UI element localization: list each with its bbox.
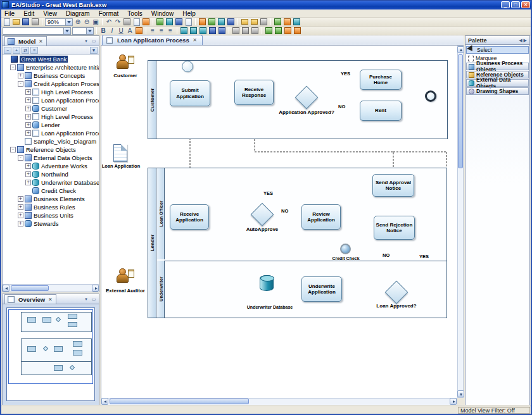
menu-view[interactable]: View xyxy=(39,9,61,18)
tree-item-high-level-process-1[interactable]: + High Level Process xyxy=(3,88,99,96)
fill-color-icon[interactable] xyxy=(134,27,144,35)
scroll-right-icon[interactable] xyxy=(92,285,99,292)
sort-icon[interactable]: ≡ xyxy=(30,47,38,54)
tree-item-adventure-works[interactable]: + Adventure Works xyxy=(3,162,99,170)
palette-drawer-business-process-objects[interactable]: Business Process Objects xyxy=(466,63,529,70)
palette-left-arrow-icon[interactable]: ◀ xyxy=(519,38,522,43)
title-bar[interactable]: EA/Studio - Great West Bank.exw _ □ ✕ xyxy=(0,0,532,9)
tree-item-underwriter-database[interactable]: + Underwriter Database xyxy=(3,178,99,187)
palette-item-select[interactable]: Select xyxy=(466,46,529,54)
overview-tab[interactable]: Overview ✕ xyxy=(4,294,56,304)
tree-item-reference-objects[interactable]: - Reference Objects xyxy=(3,146,99,154)
chevron-down-icon[interactable] xyxy=(86,28,93,34)
import-icon[interactable] xyxy=(240,18,250,26)
tree-item-stewards[interactable]: + Stewards xyxy=(3,220,99,228)
validate-icon[interactable] xyxy=(207,18,217,26)
task-rent[interactable]: Rent xyxy=(360,101,402,121)
expander-icon[interactable]: + xyxy=(18,213,23,218)
tree-item-loan-applicaton-process-2[interactable]: + Loan Applicaton Process xyxy=(3,129,99,137)
link-icon[interactable] xyxy=(198,18,207,26)
print-icon[interactable] xyxy=(30,18,40,26)
save-icon[interactable] xyxy=(21,18,30,26)
menu-tools[interactable]: Tools xyxy=(123,9,146,18)
layout-icon[interactable] xyxy=(174,18,184,26)
tree-item-lender[interactable]: + Lender xyxy=(3,121,99,129)
expander-icon[interactable]: + xyxy=(25,171,31,177)
zoom-fit-icon[interactable]: ▣ xyxy=(91,18,100,26)
distribute-horizontal-icon[interactable] xyxy=(208,27,217,35)
underwriter-database-icon[interactable] xyxy=(260,275,274,291)
tree-item-sample-visio-diagram[interactable]: Sample_Visio_Diagram xyxy=(3,137,99,146)
task-purchase-home[interactable]: Purchase Home xyxy=(360,70,402,90)
expander-icon[interactable]: + xyxy=(25,122,31,128)
minimize-panel-icon[interactable]: ▭ xyxy=(91,296,97,302)
check-model-icon[interactable] xyxy=(155,18,165,26)
minimize-panel-icon[interactable]: ▭ xyxy=(91,38,97,44)
end-event[interactable] xyxy=(425,90,436,102)
report-icon[interactable] xyxy=(184,18,193,26)
expander-icon[interactable]: + xyxy=(18,221,23,226)
tree-item-enterprise-architecture-initiative[interactable]: - Enterprise Architecture Initiative xyxy=(3,63,99,71)
close-icon[interactable]: ✕ xyxy=(47,297,53,302)
bring-to-front-icon[interactable] xyxy=(264,27,274,35)
new-icon[interactable] xyxy=(2,18,11,26)
menu-file[interactable]: File xyxy=(0,9,19,18)
send-to-back-icon[interactable] xyxy=(274,27,283,35)
scrollbar-thumb[interactable] xyxy=(458,54,463,168)
external-auditor-actor-icon[interactable] xyxy=(115,268,134,286)
model-tab[interactable]: Model ✕ xyxy=(4,36,47,46)
close-icon[interactable]: ✕ xyxy=(192,37,198,43)
task-review-application[interactable]: Review Application xyxy=(301,204,341,230)
overview-thumbnail[interactable] xyxy=(6,307,95,401)
undo-icon[interactable]: ↶ xyxy=(104,18,113,26)
scroll-left-icon[interactable] xyxy=(101,398,108,405)
close-icon[interactable]: ✕ xyxy=(521,1,530,8)
chevron-down-icon[interactable] xyxy=(65,19,72,25)
compare-icon[interactable] xyxy=(282,18,292,26)
redo-icon[interactable]: ↷ xyxy=(113,18,122,26)
tree-item-great-west-bank[interactable]: Great West Bank xyxy=(3,55,99,63)
align-left-icon[interactable]: ≡ xyxy=(148,27,157,35)
same-height-icon[interactable] xyxy=(241,27,250,35)
link-editor-icon[interactable]: ⇄ xyxy=(22,47,29,54)
tree-item-business-units[interactable]: + Business Units xyxy=(3,211,99,220)
find-icon[interactable] xyxy=(226,18,236,26)
tree-item-business-elements[interactable]: + Business Elements xyxy=(3,195,99,203)
tree-item-business-concepts[interactable]: + Business Concepts xyxy=(3,71,99,80)
menu-window[interactable]: Window xyxy=(147,9,179,18)
align-middle-icon[interactable] xyxy=(189,27,198,35)
task-submit-application[interactable]: Submit Application xyxy=(170,80,210,106)
align-bottom-icon[interactable] xyxy=(198,27,208,35)
expander-icon[interactable]: - xyxy=(10,147,16,152)
editor-horizontal-scrollbar[interactable] xyxy=(101,398,457,406)
grid-icon[interactable] xyxy=(165,18,174,26)
underline-icon[interactable]: U xyxy=(117,27,125,35)
menu-format[interactable]: Format xyxy=(94,9,124,18)
minimize-icon[interactable]: _ xyxy=(501,1,510,8)
font-size-combobox[interactable] xyxy=(72,27,94,35)
paste-icon[interactable] xyxy=(141,18,151,26)
task-receive-application[interactable]: Receive Application xyxy=(170,204,209,230)
loan-application-document-icon[interactable] xyxy=(113,144,127,162)
diagram-canvas[interactable]: Customer Lender Loan Officer Underwriter… xyxy=(101,46,457,398)
expander-icon[interactable]: + xyxy=(25,89,31,95)
tree-item-business-rules[interactable]: + Business Rules xyxy=(3,203,99,211)
menu-diagram[interactable]: Diagram xyxy=(61,9,94,18)
properties-icon[interactable] xyxy=(217,18,226,26)
expander-icon[interactable]: - xyxy=(18,155,23,161)
start-event[interactable] xyxy=(182,61,193,72)
tree-item-high-level-process-2[interactable]: + High Level Process xyxy=(3,113,99,121)
menu-help[interactable]: Help xyxy=(178,9,200,18)
task-underwrite-application[interactable]: Underwrite Application xyxy=(301,276,342,302)
customer-actor-icon[interactable] xyxy=(115,54,134,72)
editor-vertical-scrollbar[interactable] xyxy=(457,46,464,398)
expander-icon[interactable]: + xyxy=(25,114,31,120)
expander-icon[interactable]: + xyxy=(25,97,31,103)
group-icon[interactable] xyxy=(283,27,293,35)
tree-item-northwind[interactable]: + Northwind xyxy=(3,170,99,178)
scrollbar-thumb[interactable] xyxy=(110,399,249,404)
tree-item-external-data-objects[interactable]: - External Data Objects xyxy=(3,154,99,162)
tree-item-credit-check[interactable]: Credit Check xyxy=(3,187,99,195)
palette-drawer-drawing-shapes[interactable]: Drawing Shapes xyxy=(466,87,529,95)
tree-item-credit-applicaton-process[interactable]: - Credit Applicaton Process xyxy=(3,80,99,88)
